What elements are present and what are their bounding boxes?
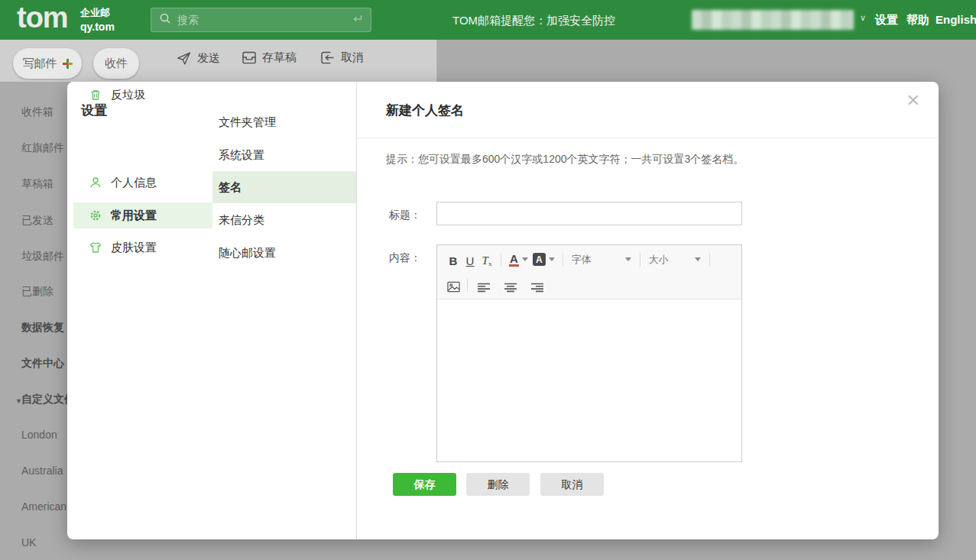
toolbar-separator bbox=[501, 253, 501, 267]
drafts-box-icon bbox=[242, 51, 257, 64]
insert-image-button[interactable] bbox=[445, 276, 462, 294]
tom-logo: tom bbox=[17, 2, 68, 34]
settings-nav-anti-spam[interactable]: 反垃圾 bbox=[73, 82, 212, 108]
brand-line2: qy.tom bbox=[80, 20, 115, 34]
sidebar-item-drafts[interactable]: 草稿箱 bbox=[21, 176, 54, 191]
toolbar-separator bbox=[640, 253, 640, 267]
align-center-icon[interactable] bbox=[502, 276, 519, 294]
subnav-mail-classification[interactable]: 来信分类 bbox=[212, 204, 356, 236]
heading-divider bbox=[357, 138, 939, 138]
chevron-down-icon bbox=[695, 257, 701, 261]
underline-button[interactable]: U bbox=[462, 251, 478, 269]
brand-line1: 企业邮 bbox=[80, 7, 115, 20]
settings-subnav: 文件夹管理 系统设置 签名 来信分类 随心邮设置 bbox=[212, 82, 357, 539]
app-header: tom 企业邮 qy.tom TOM邮箱提醒您：加强安全防控 ∨ 设置 帮助 E… bbox=[0, 0, 976, 40]
header-settings-link[interactable]: 设置 bbox=[875, 13, 898, 28]
paper-plane-icon bbox=[176, 50, 192, 66]
font-size-select[interactable]: 大小 bbox=[646, 253, 704, 267]
content-label: 内容： bbox=[381, 251, 421, 265]
sidebar-item-inbox[interactable]: 收件箱 bbox=[21, 104, 54, 119]
compose-mail-label: 写邮件 bbox=[23, 57, 57, 71]
cancel-compose-label: 取消 bbox=[341, 50, 364, 65]
sidebar-item-american[interactable]: American bbox=[21, 499, 66, 514]
chevron-down-icon bbox=[549, 257, 555, 261]
clear-format-button[interactable]: Tx bbox=[478, 251, 495, 269]
send-label: 发送 bbox=[197, 51, 220, 66]
close-icon[interactable]: ✕ bbox=[906, 92, 920, 109]
sidebar-item-deleted[interactable]: 已删除 bbox=[21, 283, 54, 299]
search-input[interactable] bbox=[177, 14, 345, 26]
compose-mail-button[interactable]: 写邮件 bbox=[13, 48, 82, 79]
screen: tom 企业邮 qy.tom TOM邮箱提醒您：加强安全防控 ∨ 设置 帮助 E… bbox=[0, 0, 976, 560]
gear-icon bbox=[89, 209, 102, 222]
sidebar-item-flagged[interactable]: 红旗邮件 bbox=[21, 140, 64, 155]
subnav-suixin-mail[interactable]: 随心邮设置 bbox=[212, 237, 356, 269]
settings-nav-common-settings[interactable]: 常用设置 bbox=[73, 202, 212, 228]
save-button[interactable]: 保存 bbox=[393, 473, 456, 496]
highlight-color-button[interactable]: A bbox=[533, 253, 555, 266]
title-label: 标题： bbox=[381, 209, 421, 222]
receive-mail-label: 收件 bbox=[105, 57, 128, 71]
sidebar-item-spam[interactable]: 垃圾邮件 bbox=[21, 248, 64, 264]
cancel-button[interactable]: 取消 bbox=[540, 473, 604, 496]
sidebar-item-file-center[interactable]: 文件中心 bbox=[21, 355, 64, 371]
search-box[interactable] bbox=[151, 8, 371, 32]
signature-tip: 提示：您可设置最多600个汉字或1200个英文字符；一共可设置3个签名档。 bbox=[386, 153, 744, 167]
bold-button[interactable]: B bbox=[445, 251, 462, 269]
sidebar-item-sent[interactable]: 已发送 bbox=[21, 212, 54, 228]
trash-icon bbox=[89, 89, 102, 101]
account-email-redacted[interactable] bbox=[692, 10, 854, 30]
delete-button[interactable]: 删除 bbox=[466, 473, 530, 496]
signature-panel: 新建个人签名 ✕ 提示：您可设置最多600个汉字或1200个英文字符；一共可设置… bbox=[357, 82, 939, 539]
toolbar-separator bbox=[709, 253, 710, 267]
chevron-down-icon bbox=[625, 257, 631, 261]
highlight-color-icon: A bbox=[533, 253, 546, 266]
receive-mail-button[interactable]: 收件 bbox=[93, 48, 139, 79]
signature-title-input[interactable] bbox=[436, 202, 742, 225]
settings-nav-skin-settings[interactable]: 皮肤设置 bbox=[73, 235, 212, 261]
font-family-select[interactable]: 字体 bbox=[569, 253, 634, 267]
shirt-icon bbox=[89, 241, 102, 254]
security-notice: TOM邮箱提醒您：加强安全防控 bbox=[452, 14, 615, 28]
user-icon bbox=[89, 176, 102, 189]
align-left-icon[interactable] bbox=[475, 276, 492, 294]
chevron-down-icon bbox=[522, 257, 528, 261]
signature-content-area[interactable] bbox=[437, 299, 741, 461]
sidebar-item-data-recovery[interactable]: 数据恢复 bbox=[21, 319, 64, 335]
back-arrow-icon bbox=[320, 51, 336, 64]
signature-editor: B U Tx A A 字体 bbox=[436, 244, 742, 462]
save-draft-button[interactable]: 存草稿 bbox=[242, 50, 297, 65]
font-color-button[interactable]: A bbox=[509, 253, 528, 267]
toolbar-separator bbox=[467, 278, 468, 292]
font-color-icon: A bbox=[509, 253, 519, 267]
settings-nav-personal-info[interactable]: 个人信息 bbox=[73, 170, 212, 196]
plus-icon bbox=[63, 59, 73, 69]
subnav-folder-management[interactable]: 文件夹管理 bbox=[212, 106, 356, 138]
sidebar-item-london[interactable]: London bbox=[21, 427, 57, 442]
search-icon bbox=[159, 12, 171, 28]
save-draft-label: 存草稿 bbox=[262, 50, 297, 65]
send-button[interactable]: 发送 bbox=[176, 50, 220, 66]
sidebar-item-uk[interactable]: UK bbox=[21, 535, 36, 550]
cancel-compose-button[interactable]: 取消 bbox=[320, 50, 364, 65]
settings-modal: 设置 个人信息 常用设置 bbox=[67, 82, 939, 539]
align-right-icon[interactable] bbox=[529, 276, 546, 294]
panel-heading: 新建个人签名 bbox=[386, 102, 464, 119]
editor-toolbar: B U Tx A A 字体 bbox=[437, 245, 741, 299]
enter-key-icon bbox=[351, 13, 363, 28]
folder-expand-icon[interactable]: ▼ bbox=[15, 393, 22, 409]
subnav-system-settings[interactable]: 系统设置 bbox=[212, 139, 356, 171]
subnav-signature[interactable]: 签名 bbox=[212, 171, 356, 203]
header-language-link[interactable]: English bbox=[935, 13, 976, 26]
account-caret-icon[interactable]: ∨ bbox=[860, 13, 866, 23]
toolbar-separator bbox=[563, 253, 563, 267]
settings-nav: 设置 个人信息 常用设置 bbox=[67, 82, 212, 539]
header-help-link[interactable]: 帮助 bbox=[906, 13, 929, 28]
brand-text: 企业邮 qy.tom bbox=[80, 7, 115, 34]
sidebar-item-australia[interactable]: Australia bbox=[21, 463, 63, 478]
